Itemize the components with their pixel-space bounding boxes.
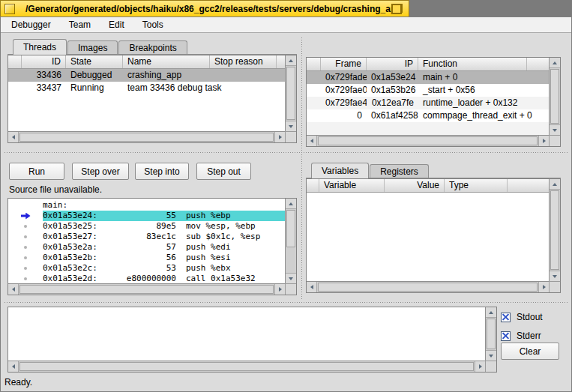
disasm-line[interactable]: 0x01a53e2b: 56 push %esi	[8, 253, 285, 263]
scroll-up-button[interactable]	[486, 307, 496, 318]
scroll-down-button[interactable]	[550, 271, 560, 281]
threads-col-stop-reason[interactable]: Stop reason	[210, 55, 277, 68]
frames-horizontal-scrollbar[interactable]	[307, 135, 549, 146]
scroll-left-button[interactable]	[307, 136, 317, 146]
scroll-down-button[interactable]	[286, 121, 296, 131]
frame-row-runtime-loader[interactable]: 0x729fae48 0x12ea7fe runtime_loader + 0x…	[307, 97, 549, 109]
threads-col-blank[interactable]	[8, 55, 22, 68]
scroll-track[interactable]	[550, 68, 560, 124]
line-gutter[interactable]	[8, 274, 43, 283]
scroll-thumb[interactable]	[550, 69, 559, 124]
line-gutter[interactable]	[8, 221, 43, 232]
scroll-track[interactable]	[286, 66, 296, 121]
step-out-button[interactable]: Step out	[196, 163, 251, 180]
frame-row-main[interactable]: 0x729fade0 0x1a53e24 main + 0	[307, 71, 549, 84]
frames-col-blank[interactable]	[307, 58, 321, 70]
scroll-left-button[interactable]	[8, 284, 19, 295]
horizontal-splitter-bottom[interactable]	[4, 302, 568, 303]
tab-registers[interactable]: Registers	[370, 164, 429, 178]
disassembly-body[interactable]: main: 0x01a53e24: 55 push %ebp 0x01a53e2…	[8, 199, 285, 283]
vertical-splitter[interactable]	[301, 37, 302, 300]
threads-col-name[interactable]: Name	[123, 55, 210, 68]
scroll-left-button[interactable]	[307, 282, 317, 292]
tab-threads[interactable]: Threads	[13, 39, 67, 55]
variables-col-value[interactable]: Value	[385, 179, 445, 192]
scroll-thumb[interactable]	[550, 190, 559, 270]
frame-row-commpage[interactable]: 0 0x61af4258 commpage_thread_exit + 0	[307, 109, 549, 122]
scroll-right-button[interactable]	[538, 282, 549, 292]
frames-col-ip[interactable]: IP	[367, 58, 418, 70]
tab-variables[interactable]: Variables	[311, 163, 369, 178]
step-into-button[interactable]: Step into	[135, 163, 189, 180]
scroll-thumb[interactable]	[19, 285, 274, 294]
frames-vertical-scrollbar[interactable]	[549, 58, 560, 135]
line-gutter[interactable]	[8, 242, 43, 253]
threads-col-state[interactable]: State	[66, 55, 123, 68]
menu-edit[interactable]: Edit	[103, 18, 130, 31]
line-gutter[interactable]	[8, 232, 43, 242]
scroll-right-button[interactable]	[538, 136, 549, 146]
line-gutter[interactable]	[8, 253, 43, 263]
thread-row-33437[interactable]: 33437 Running team 33436 debug task	[8, 82, 285, 94]
scroll-track[interactable]	[19, 132, 274, 142]
scroll-up-button[interactable]	[286, 55, 296, 66]
disasm-line[interactable]: 0x01a53e2c: 53 push %ebx	[8, 263, 285, 274]
thread-row-33436[interactable]: 33436 Debugged crashing_app	[8, 69, 285, 82]
menu-debugger[interactable]: Debugger	[5, 18, 57, 31]
threads-horizontal-scrollbar[interactable]	[8, 131, 285, 142]
scroll-track[interactable]	[317, 136, 538, 146]
breakpoint-dot-icon[interactable]	[24, 225, 27, 228]
scroll-up-button[interactable]	[550, 179, 560, 190]
threads-vertical-scrollbar[interactable]	[285, 55, 296, 131]
scroll-left-button[interactable]	[8, 132, 19, 142]
variables-col-blank[interactable]	[307, 179, 319, 192]
close-button[interactable]	[4, 4, 15, 14]
scroll-left-button[interactable]	[8, 361, 19, 372]
variables-col-type[interactable]: Type	[445, 179, 508, 192]
scroll-track[interactable]	[19, 284, 274, 295]
scroll-thumb[interactable]	[286, 67, 295, 120]
disasm-line-current[interactable]: 0x01a53e24: 55 push %ebp	[8, 211, 285, 221]
scroll-right-button[interactable]	[274, 284, 285, 295]
disasm-horizontal-scrollbar[interactable]	[8, 283, 285, 295]
scroll-track[interactable]	[286, 209, 296, 273]
line-gutter[interactable]	[8, 211, 43, 221]
scroll-track[interactable]	[19, 361, 475, 372]
breakpoint-dot-icon[interactable]	[24, 277, 27, 280]
tab-breakpoints[interactable]: Breakpoints	[118, 40, 187, 55]
console-horizontal-scrollbar[interactable]	[8, 361, 485, 372]
frames-col-frame[interactable]: Frame	[321, 58, 367, 70]
scroll-thumb[interactable]	[318, 283, 538, 292]
step-over-button[interactable]: Step over	[72, 163, 129, 180]
clear-button[interactable]: Clear	[501, 343, 559, 360]
tab-images[interactable]: Images	[67, 40, 118, 55]
scroll-up-button[interactable]	[286, 199, 296, 209]
disasm-line[interactable]: 0x01a53e27: 83ec1c sub $0x1c, %esp	[8, 232, 285, 242]
disasm-vertical-scrollbar[interactable]	[285, 199, 296, 283]
line-gutter[interactable]	[8, 263, 43, 274]
horizontal-splitter-top[interactable]	[4, 152, 568, 153]
scroll-thumb[interactable]	[19, 362, 474, 371]
variables-table-body[interactable]	[307, 193, 549, 281]
title-bar[interactable]: /Generator/generated/objects/haiku/x86_g…	[0, 0, 409, 16]
frames-col-function[interactable]: Function	[418, 58, 527, 70]
variables-vertical-scrollbar[interactable]	[549, 179, 560, 281]
line-gutter[interactable]	[8, 200, 43, 211]
variables-horizontal-scrollbar[interactable]	[307, 281, 549, 292]
threads-col-id[interactable]: ID	[22, 55, 66, 68]
scroll-down-button[interactable]	[550, 124, 560, 135]
menu-tools[interactable]: Tools	[136, 18, 169, 31]
breakpoint-dot-icon[interactable]	[24, 246, 27, 249]
scroll-thumb[interactable]	[318, 136, 538, 145]
disasm-line[interactable]: 0x01a53e2a: 57 push %edi	[8, 242, 285, 253]
scroll-track[interactable]	[550, 190, 560, 271]
stderr-checkbox[interactable]	[501, 331, 511, 341]
frame-row-start[interactable]: 0x729fae08 0x1a53b26 _start + 0x56	[307, 84, 549, 97]
run-button[interactable]: Run	[9, 163, 64, 180]
scroll-down-button[interactable]	[486, 350, 496, 361]
disasm-line[interactable]: 0x01a53e2d: e800000000 call 0x1a53e32	[8, 274, 285, 283]
disasm-line-label[interactable]: main:	[8, 200, 285, 211]
scroll-down-button[interactable]	[286, 273, 296, 283]
scroll-track[interactable]	[486, 318, 496, 350]
console-vertical-scrollbar[interactable]	[485, 307, 496, 361]
